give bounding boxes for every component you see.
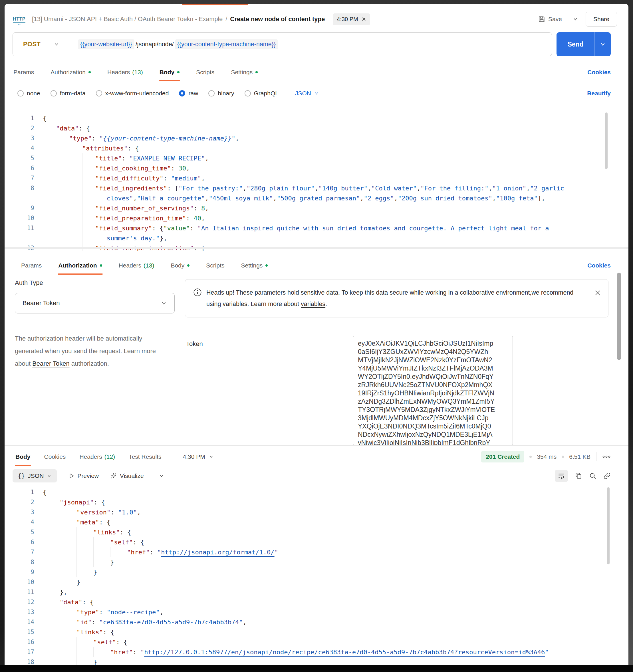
auth-panel-scrollbar[interactable] xyxy=(617,273,621,360)
wrap-text-button[interactable] xyxy=(555,470,568,482)
code-token: " xyxy=(157,549,161,556)
tab-scripts[interactable]: Scripts xyxy=(205,255,225,276)
body-type-radio-form-data[interactable]: form-data xyxy=(50,90,86,97)
modified-dot-icon xyxy=(187,264,190,267)
window-frame-bottom xyxy=(0,665,633,672)
code-token: , xyxy=(243,185,247,192)
code-token: : { xyxy=(116,639,127,646)
tab-body[interactable]: Body xyxy=(159,62,180,82)
status-badge: 201 Created xyxy=(481,451,524,462)
response-format-label: JSON xyxy=(28,473,44,479)
code-line: 12"data": { xyxy=(5,597,628,607)
tab-body[interactable]: Body xyxy=(170,255,190,276)
code-text: }, xyxy=(43,587,628,597)
tab-settings[interactable]: Settings xyxy=(240,255,268,276)
tab-params[interactable]: Params xyxy=(13,62,34,82)
breadcrumb[interactable]: [13] Umami - JSON:API + Basic Auth / OAu… xyxy=(32,16,230,23)
editor-vertical-scrollbar[interactable] xyxy=(605,113,608,169)
indent-guide xyxy=(82,153,95,163)
close-icon[interactable] xyxy=(594,290,601,297)
tab-headers[interactable]: Headers(13) xyxy=(118,255,155,276)
code-line: 7"href": "http://jsonapi.org/format/1.0/… xyxy=(5,547,628,557)
code-text: "data": { xyxy=(43,597,628,607)
indent-guide xyxy=(76,657,93,665)
code-token: } xyxy=(93,569,97,576)
bearer-token-link[interactable]: Bearer Token xyxy=(32,360,69,367)
tab-test-results[interactable]: Test Results xyxy=(128,448,162,465)
send-button[interactable]: Send xyxy=(557,32,611,56)
authorization-panel: Auth Type Bearer Token The authorization… xyxy=(5,274,628,445)
visualize-button[interactable]: Visualize xyxy=(110,473,144,479)
visualize-label: Visualize xyxy=(120,473,144,479)
auth-type-label: Auth Type xyxy=(15,279,175,287)
method-select[interactable]: POST xyxy=(13,41,68,48)
tab-authorization[interactable]: Authorization xyxy=(50,62,91,82)
tab-headers[interactable]: Headers(12) xyxy=(79,448,116,465)
body-type-radio-none[interactable]: none xyxy=(18,90,40,97)
editor-horizontal-scrollbar[interactable] xyxy=(5,247,628,249)
indent-guide xyxy=(82,233,95,243)
share-button[interactable]: Share xyxy=(586,12,617,27)
url-input[interactable]: {{your-website-url}} /jsonapi/node/ {{yo… xyxy=(78,40,278,49)
modified-dot-icon xyxy=(89,71,91,73)
indent-guide xyxy=(43,597,59,607)
code-text: "field_ingredients": ["For the pastry:",… xyxy=(43,183,628,193)
indent-guide xyxy=(43,507,59,517)
beautify-link[interactable]: Beautify xyxy=(587,90,611,97)
copy-button[interactable] xyxy=(575,472,582,480)
request-body-editor[interactable]: 1{2"data": {3"type": "{{your-content-typ… xyxy=(5,111,628,251)
radio-icon xyxy=(96,90,102,96)
more-options-icon[interactable] xyxy=(602,455,611,458)
code-token: "href" xyxy=(110,649,133,656)
response-body-editor[interactable]: 1{2"jsonapi": {3"version": "1.0",4"meta"… xyxy=(5,486,628,665)
token-input[interactable]: eyJ0eXAiOiJKV1QiLCJhbGciOiJSUzI1NiIsImp … xyxy=(353,336,513,445)
code-link[interactable]: http://jsonapi.org/format/1.0/ xyxy=(161,549,274,556)
body-type-radio-raw[interactable]: raw xyxy=(179,90,198,97)
link-button[interactable] xyxy=(603,472,611,480)
body-type-radio-x-www-form-urlencoded[interactable]: x-www-form-urlencoded xyxy=(96,90,169,97)
save-button[interactable]: Save xyxy=(538,16,562,23)
tab-label: Body xyxy=(171,262,185,269)
tab-cookies[interactable]: Cookies xyxy=(44,448,67,465)
send-label: Send xyxy=(557,32,594,56)
tab-scripts[interactable]: Scripts xyxy=(195,62,215,82)
indent-guide xyxy=(93,647,110,657)
page-title: Create new node of content type xyxy=(230,16,325,23)
close-icon[interactable] xyxy=(362,17,366,21)
request-time-chip[interactable]: 4:30 PM xyxy=(333,14,370,25)
tab-authorization[interactable]: Authorization xyxy=(58,255,102,276)
body-type-radio-binary[interactable]: binary xyxy=(208,90,234,97)
code-link[interactable]: http://127.0.0.1:58977/en/jsonapi/node/r… xyxy=(144,649,545,656)
preview-button[interactable]: Preview xyxy=(68,473,99,479)
indent-guide xyxy=(110,547,127,557)
response-format-select[interactable]: {} JSON xyxy=(13,469,57,482)
save-options-button[interactable] xyxy=(573,16,578,22)
auth-type-select[interactable]: Bearer Token xyxy=(15,293,175,313)
tab-headers[interactable]: Headers(13) xyxy=(107,62,144,82)
indent-guide xyxy=(93,537,110,547)
search-button[interactable] xyxy=(589,472,597,480)
tab-body[interactable]: Body xyxy=(15,448,31,465)
code-token: "280g plain flour" xyxy=(247,185,315,192)
code-token: "200g sun dried tomatoes" xyxy=(398,195,492,202)
code-token: }, xyxy=(160,235,167,242)
cookies-link[interactable]: Cookies xyxy=(587,262,611,269)
code-token: , xyxy=(360,195,364,202)
response-time-select[interactable]: 4:30 PM xyxy=(183,453,214,460)
header-actions: Save Share xyxy=(538,12,617,27)
code-token: , xyxy=(273,195,277,202)
more-views-button[interactable] xyxy=(159,473,164,478)
response-vertical-scrollbar[interactable] xyxy=(607,487,610,565)
indent-guide xyxy=(59,537,76,547)
cookies-link[interactable]: Cookies xyxy=(587,69,611,76)
send-options-button[interactable] xyxy=(594,32,611,56)
auth-description: The authorization header will be automat… xyxy=(15,332,166,370)
raw-language-select[interactable]: JSON xyxy=(295,90,319,97)
tab-label: Settings xyxy=(241,262,263,269)
body-type-radio-graphql[interactable]: GraphQL xyxy=(245,90,278,97)
variables-link[interactable]: variables xyxy=(301,301,325,308)
tab-params[interactable]: Params xyxy=(21,255,42,276)
tab-settings[interactable]: Settings xyxy=(230,62,258,82)
indent-guide xyxy=(56,163,69,173)
indent-guide xyxy=(82,173,95,183)
